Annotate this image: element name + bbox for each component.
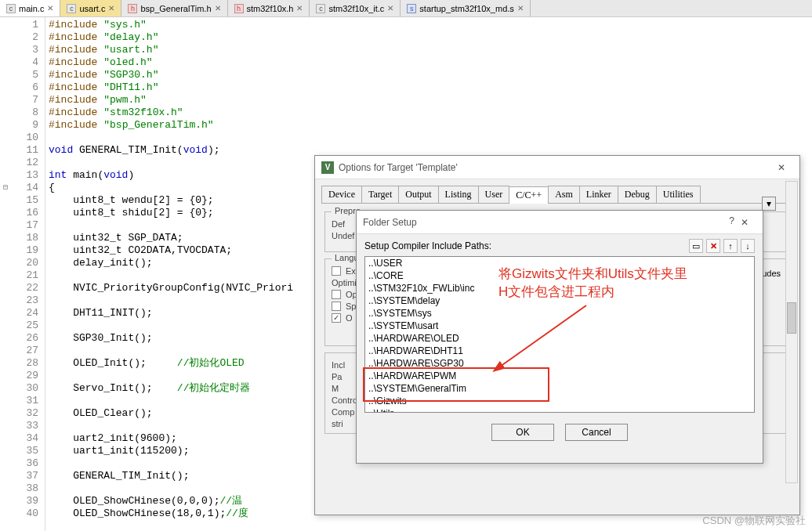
options-tab[interactable]: Target: [361, 186, 399, 203]
options-tab[interactable]: Linker: [579, 186, 618, 203]
file-tab[interactable]: sstartup_stm32f10x_md.s✕: [401, 0, 530, 16]
help-icon[interactable]: ?: [729, 215, 734, 226]
ok-button[interactable]: OK: [491, 424, 554, 441]
file-tab[interactable]: cmain.c✕: [0, 0, 60, 16]
options-tab[interactable]: Device: [321, 186, 362, 203]
file-c-icon: c: [67, 4, 76, 13]
close-icon[interactable]: ✕: [733, 215, 756, 230]
folder-titlebar[interactable]: Folder Setup ? ✕: [357, 211, 763, 234]
checkbox[interactable]: [332, 302, 341, 311]
options-tab[interactable]: Asm: [548, 186, 580, 203]
checkbox[interactable]: [332, 266, 341, 276]
file-c-icon: c: [316, 4, 325, 13]
path-item[interactable]: ..\SYSTEM\GeneralTim: [365, 382, 754, 395]
close-icon[interactable]: ✕: [770, 160, 793, 175]
file-h-icon: h: [234, 4, 244, 13]
file-tab[interactable]: cusart.c✕: [60, 0, 121, 16]
svg-line-0: [500, 305, 586, 367]
options-tab[interactable]: Utilities: [656, 186, 701, 203]
app-icon: V: [321, 161, 334, 174]
file-h-icon: h: [128, 4, 137, 13]
file-tab[interactable]: hstm32f10x.h✕: [228, 0, 310, 16]
annotation-arrow: [492, 301, 594, 376]
close-tab-icon[interactable]: ✕: [517, 4, 524, 13]
scrollbar[interactable]: [785, 181, 798, 483]
options-tab[interactable]: Output: [398, 186, 438, 203]
delete-icon[interactable]: ✕: [706, 239, 720, 253]
include-paths-label: Setup Compiler Include Paths:: [364, 240, 491, 251]
dropdown-icon[interactable]: ▾: [762, 197, 776, 211]
file-s-icon: s: [407, 4, 416, 13]
watermark: CSDN @物联网实验社: [702, 514, 806, 528]
close-tab-icon[interactable]: ✕: [215, 4, 221, 13]
close-tab-icon[interactable]: ✕: [296, 4, 303, 13]
close-tab-icon[interactable]: ✕: [47, 4, 53, 13]
move-down-icon[interactable]: ↓: [741, 239, 755, 253]
checkbox[interactable]: [332, 313, 341, 323]
path-item[interactable]: ..\Utils: [365, 407, 754, 413]
file-tab[interactable]: hbsp_GeneralTim.h✕: [121, 0, 227, 16]
options-tab[interactable]: User: [478, 186, 510, 203]
options-tab[interactable]: C/C++: [509, 186, 549, 204]
close-tab-icon[interactable]: ✕: [387, 4, 393, 13]
fold-margin[interactable]: ⊟: [0, 17, 11, 531]
options-tab[interactable]: Listing: [438, 186, 479, 203]
folder-title: Folder Setup: [363, 217, 728, 228]
move-up-icon[interactable]: ↑: [723, 239, 738, 253]
options-title: Options for Target 'Template': [339, 162, 765, 173]
options-tabs: DeviceTargetOutputListingUserC/C++AsmLin…: [321, 186, 793, 204]
new-icon[interactable]: ▭: [689, 239, 703, 253]
path-item[interactable]: ..\Gizwits: [365, 395, 754, 407]
file-tabs: cmain.c✕cusart.c✕hbsp_GeneralTim.h✕hstm3…: [0, 0, 812, 17]
close-tab-icon[interactable]: ✕: [108, 4, 114, 13]
options-tab[interactable]: Debug: [618, 186, 657, 203]
file-c-icon: c: [6, 4, 16, 13]
cancel-button[interactable]: Cancel: [565, 424, 628, 441]
annotation-text: 将Gizwits文件夹和Utils文件夹里 H文件包含进工程内: [498, 265, 687, 301]
options-titlebar[interactable]: V Options for Target 'Template' ✕: [315, 156, 799, 179]
checkbox[interactable]: [332, 290, 341, 299]
line-gutter: 1234567891011121314151617181920212223242…: [11, 17, 45, 531]
file-tab[interactable]: cstm32f10x_it.c✕: [310, 0, 401, 16]
